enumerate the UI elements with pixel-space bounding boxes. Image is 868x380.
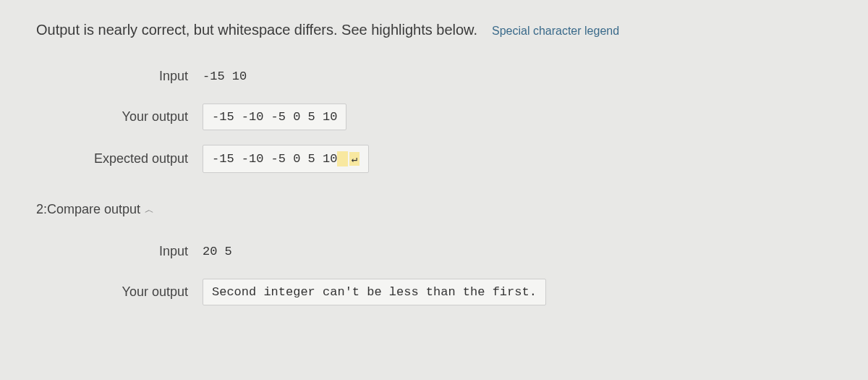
newline-icon: ↵: [349, 152, 359, 166]
expected-output-label: Expected output: [36, 151, 203, 166]
your-output-label: Your output: [36, 284, 203, 300]
input-value: 20 5: [203, 239, 232, 264]
your-output-row: Your output -15 -10 -5 0 5 10: [36, 104, 832, 130]
your-output-value: -15 -10 -5 0 5 10: [203, 104, 346, 130]
input-label: Input: [36, 244, 203, 259]
status-row: Output is nearly correct, but whitespace…: [36, 22, 832, 38]
test-case-2: Input 20 5 Your output Second integer ca…: [36, 239, 832, 305]
input-row: Input 20 5: [36, 239, 832, 264]
expected-output-text: -15 -10 -5 0 5 10: [212, 152, 337, 166]
whitespace-highlight: [337, 151, 347, 166]
special-character-legend-link[interactable]: Special character legend: [492, 25, 619, 38]
input-label: Input: [36, 69, 203, 84]
expected-output-value: -15 -10 -5 0 5 10 ↵: [203, 145, 369, 173]
test-case-1: Input -15 10 Your output -15 -10 -5 0 5 …: [36, 64, 832, 173]
your-output-value: Second integer can't be less than the fi…: [203, 279, 546, 305]
input-value: -15 10: [203, 64, 247, 89]
your-output-label: Your output: [36, 109, 203, 124]
your-output-row: Your output Second integer can't be less…: [36, 279, 832, 305]
status-message: Output is nearly correct, but whitespace…: [36, 22, 477, 38]
section-2-header[interactable]: 2:Compare output ︿: [36, 202, 832, 217]
expected-output-row: Expected output -15 -10 -5 0 5 10 ↵: [36, 145, 832, 173]
input-row: Input -15 10: [36, 64, 832, 89]
chevron-up-icon: ︿: [145, 203, 154, 216]
section-2-title: 2:Compare output: [36, 202, 140, 217]
